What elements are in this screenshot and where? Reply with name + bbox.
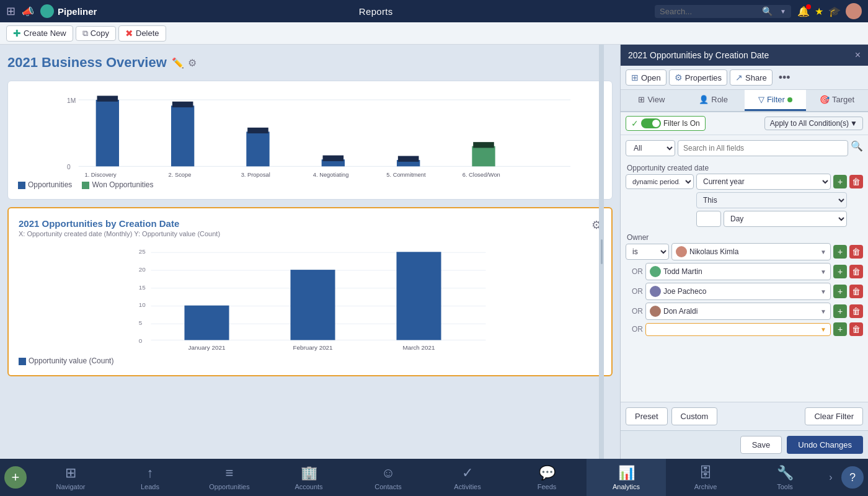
owner-del-5[interactable]: 🗑: [849, 322, 863, 336]
nav-contacts[interactable]: ☺ Contacts: [348, 459, 428, 496]
svg-rect-13: [398, 156, 419, 162]
properties-button[interactable]: ⚙ Properties: [669, 69, 727, 86]
nav-help-button[interactable]: ?: [837, 459, 868, 496]
owner-add-5[interactable]: +: [833, 322, 847, 336]
owner-add-4[interactable]: +: [833, 304, 847, 318]
owner-del-1[interactable]: 🗑: [849, 245, 863, 259]
svg-text:4. Negotiating: 4. Negotiating: [313, 172, 349, 178]
add-icon[interactable]: +: [4, 466, 27, 489]
resize-handle[interactable]: [599, 45, 604, 459]
panel-bottom-actions: Save Undo Changes: [621, 430, 868, 459]
resize-handle-bar: [601, 239, 603, 264]
grid-icon[interactable]: ⊞: [6, 4, 16, 18]
period-value-select[interactable]: Current year: [696, 174, 831, 190]
owner-add-2[interactable]: +: [833, 265, 847, 278]
topbar-search-icon: 🔍: [762, 6, 773, 16]
pencil-icon[interactable]: ✏️: [172, 57, 184, 69]
toolbar: ✚ Create New ⧉ Copy ✖ Delete: [0, 22, 868, 45]
tools-icon: 🔧: [777, 465, 794, 481]
svg-text:0: 0: [139, 337, 143, 344]
tab-view[interactable]: ⊞ View: [621, 90, 683, 111]
tab-filter[interactable]: ▽ Filter: [745, 90, 807, 111]
date-filter-delete-button[interactable]: 🗑: [849, 175, 863, 188]
more-button[interactable]: •••: [775, 70, 794, 86]
custom-button[interactable]: Custom: [671, 407, 718, 425]
nav-archive[interactable]: 🗄 Archive: [666, 459, 745, 496]
copy-button[interactable]: ⧉ Copy: [76, 26, 116, 41]
svg-text:5. Commitment: 5. Commitment: [386, 172, 426, 178]
svg-rect-15: [473, 142, 494, 148]
or-label-4: OR: [626, 307, 643, 316]
filter-toggle[interactable]: [641, 118, 661, 128]
save-button[interactable]: Save: [740, 436, 782, 454]
page-title-bar: 2021 Business Overview ✏️ ⚙: [7, 52, 613, 73]
create-new-button[interactable]: ✚ Create New: [6, 25, 73, 42]
share-button[interactable]: ↗ Share: [730, 69, 773, 86]
svg-text:January 2021: January 2021: [188, 344, 226, 351]
owner-del-4[interactable]: 🗑: [849, 304, 863, 318]
svg-rect-6: [171, 105, 194, 166]
owner-value-3[interactable]: Joe Pacheco ▼: [645, 283, 831, 300]
owner-value-2[interactable]: Todd Martin ▼: [645, 263, 831, 280]
svg-text:5: 5: [139, 319, 143, 326]
owner-is-select-1[interactable]: is: [626, 244, 669, 260]
nav-expand-icon[interactable]: ›: [825, 459, 837, 496]
date-filter-add-button[interactable]: +: [833, 175, 847, 188]
day-select[interactable]: Day: [724, 211, 847, 227]
owner-add-1[interactable]: +: [833, 245, 847, 259]
owner-value-4[interactable]: Don Araldi ▼: [645, 303, 831, 320]
nav-navigator[interactable]: ⊞ Navigator: [31, 459, 110, 496]
day-number-input[interactable]: [696, 211, 721, 227]
svg-text:March 2021: March 2021: [402, 344, 435, 351]
opp-date-filter-row: dynamic period... Current year + 🗑: [626, 174, 863, 190]
feeds-icon: 💬: [539, 465, 556, 481]
clear-filter-button[interactable]: Clear Filter: [805, 407, 863, 425]
nav-opportunities[interactable]: ≡ Opportunities: [190, 459, 269, 496]
nav-leads[interactable]: ↑ Leads: [110, 459, 190, 496]
nav-activities[interactable]: ✓ Activities: [428, 459, 507, 496]
undo-changes-button[interactable]: Undo Changes: [787, 436, 863, 454]
megaphone-icon[interactable]: 📣: [22, 6, 34, 17]
owner-caret-2: ▼: [820, 268, 826, 275]
settings-icon[interactable]: ⚙: [188, 57, 197, 69]
nav-tools[interactable]: 🔧 Tools: [745, 459, 825, 496]
svg-text:15: 15: [139, 284, 146, 291]
tab-target[interactable]: 🎯 Target: [806, 90, 868, 111]
svg-text:20: 20: [139, 266, 146, 273]
copy-icon: ⧉: [82, 29, 88, 38]
owner-add-3[interactable]: +: [833, 285, 847, 298]
filter-toolbar: ✓ Filter Is On Apply to All Condition(s)…: [621, 112, 868, 135]
owner-row-3: OR Joe Pacheco ▼ + 🗑: [626, 283, 863, 300]
nav-add-button[interactable]: +: [0, 459, 31, 496]
opportunities-icon: ≡: [226, 465, 234, 481]
svg-rect-7: [172, 102, 193, 107]
left-panel: 2021 Business Overview ✏️ ⚙ 1M 0: [0, 45, 620, 459]
apply-all-button[interactable]: Apply to All Condition(s) ▼: [764, 117, 863, 130]
graduation-icon[interactable]: 🎓: [828, 6, 841, 17]
nav-analytics[interactable]: 📊 Analytics: [587, 459, 666, 496]
dynamic-period-select[interactable]: dynamic period...: [626, 174, 694, 189]
user-avatar[interactable]: [846, 3, 862, 19]
owner-del-2[interactable]: 🗑: [849, 265, 863, 278]
panel-close-button[interactable]: ×: [855, 50, 861, 61]
owner-caret-1: ▼: [820, 249, 826, 255]
owner-value-1[interactable]: Nikolaus Kimla ▼: [671, 243, 831, 260]
preset-button[interactable]: Preset: [626, 407, 668, 425]
nav-accounts[interactable]: 🏢 Accounts: [269, 459, 348, 496]
topbar-search-caret: ▼: [780, 8, 786, 15]
this-select[interactable]: This: [696, 192, 847, 208]
owner-value-5[interactable]: ▼: [645, 323, 831, 336]
owner-del-3[interactable]: 🗑: [849, 285, 863, 298]
bell-icon[interactable]: 🔔: [797, 6, 810, 17]
delete-button[interactable]: ✖ Delete: [118, 25, 166, 42]
help-icon[interactable]: ?: [841, 466, 864, 489]
owner-row-2: OR Todd Martin ▼ + 🗑: [626, 263, 863, 280]
filter-active-dot: [787, 97, 792, 102]
star-icon[interactable]: ★: [815, 6, 823, 17]
owner-avatar-1: [676, 246, 687, 257]
filter-search-input[interactable]: [678, 140, 848, 156]
nav-feeds[interactable]: 💬 Feeds: [507, 459, 587, 496]
filter-all-select[interactable]: All: [626, 140, 675, 156]
open-button[interactable]: ⊞ Open: [626, 69, 666, 86]
tab-role[interactable]: 👤 Role: [683, 90, 745, 111]
